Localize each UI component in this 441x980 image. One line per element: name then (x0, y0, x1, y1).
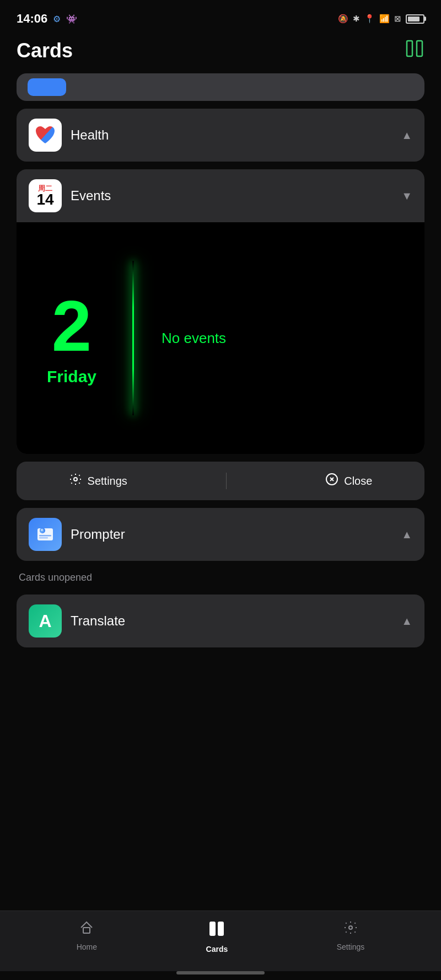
settings-nav-icon (343, 920, 358, 939)
health-card-left: Health (29, 119, 109, 152)
translate-icon-letter: A (39, 611, 51, 631)
close-action-icon (325, 473, 338, 489)
health-chevron-up-icon: ▲ (401, 129, 412, 142)
actions-divider (226, 473, 227, 489)
svg-rect-1 (417, 41, 422, 56)
prompter-app-icon (29, 518, 62, 551)
close-button[interactable]: Close (325, 473, 372, 489)
events-right-panel: No events (134, 330, 408, 347)
prompter-card: Prompter ▲ (17, 508, 424, 561)
translate-card-left: A Translate (29, 604, 125, 638)
translate-card: A Translate ▲ (17, 595, 424, 647)
events-day-number: 2 (52, 290, 92, 362)
battery-icon (406, 14, 424, 24)
nav-home[interactable]: Home (77, 920, 97, 951)
events-card: 周二 14 Events ▼ 2 Friday No events (17, 169, 424, 454)
x-icon: ⊠ (394, 14, 401, 24)
translate-card-title: Translate (71, 613, 125, 629)
settings-action-icon (69, 473, 82, 489)
no-events-text: No events (162, 330, 226, 346)
home-indicator (176, 971, 265, 974)
page-header: Cards (0, 33, 441, 73)
content-area: Health ▲ 周二 14 Events ▼ 2 Friday (0, 73, 441, 911)
status-right: 🔕 ✱ 📍 📶 ⊠ (338, 14, 424, 24)
events-actions-bar: Settings Close (17, 462, 424, 500)
svg-point-15 (349, 926, 352, 929)
app-status-icon: 👾 (66, 14, 77, 24)
partial-card (17, 73, 424, 101)
settings-status-icon: ⚙ (53, 14, 61, 24)
prompter-card-left: Prompter (29, 518, 125, 551)
settings-action-label: Settings (88, 475, 127, 488)
status-time: 14:06 (17, 12, 47, 26)
translate-app-icon: A (29, 604, 62, 638)
page-title: Cards (17, 39, 73, 62)
translate-chevron-up-icon: ▲ (401, 615, 412, 628)
bluetooth-icon: ✱ (353, 14, 360, 24)
events-card-header[interactable]: 周二 14 Events ▼ (17, 169, 424, 222)
svg-rect-0 (407, 41, 412, 56)
health-card-header[interactable]: Health ▲ (17, 109, 424, 162)
svg-rect-8 (39, 535, 51, 537)
nav-settings-label: Settings (337, 942, 365, 951)
cards-nav-icon (208, 920, 225, 941)
cards-unopened-label: Cards unopened (17, 569, 424, 587)
status-left: 14:06 ⚙ 👾 (17, 12, 77, 26)
location-icon: 📍 (364, 14, 375, 24)
health-card: Health ▲ (17, 109, 424, 162)
svg-rect-14 (218, 922, 224, 936)
nav-cards[interactable]: Cards (206, 920, 228, 954)
status-bar: 14:06 ⚙ 👾 🔕 ✱ 📍 📶 ⊠ (0, 0, 441, 33)
events-chevron-down-icon: ▼ (401, 190, 412, 202)
events-date-section: 2 Friday No events (33, 261, 408, 415)
prompter-card-header[interactable]: Prompter ▲ (17, 508, 424, 561)
translate-card-header[interactable]: A Translate ▲ (17, 595, 424, 647)
events-app-icon: 周二 14 (29, 179, 62, 212)
mute-icon: 🔕 (338, 14, 348, 24)
health-card-title: Health (71, 127, 109, 143)
events-expanded-content: 2 Friday No events (17, 222, 424, 454)
bottom-nav: Home Cards Settings (0, 911, 441, 971)
prompter-chevron-up-icon: ▲ (401, 528, 412, 541)
partial-blue-button[interactable] (28, 78, 66, 96)
events-card-title: Events (71, 188, 111, 204)
calendar-day-number: 14 (36, 192, 53, 207)
cards-view-icon[interactable] (405, 39, 424, 62)
svg-rect-12 (83, 928, 90, 933)
events-date-left: 2 Friday (33, 290, 132, 386)
svg-point-11 (41, 529, 43, 531)
home-icon (79, 920, 94, 939)
nav-cards-label: Cards (206, 945, 228, 954)
health-app-icon (29, 119, 62, 152)
close-action-label: Close (344, 475, 372, 488)
wifi-icon: 📶 (379, 14, 390, 24)
nav-home-label: Home (77, 942, 97, 951)
svg-point-2 (74, 478, 77, 481)
svg-rect-9 (39, 537, 48, 539)
nav-settings[interactable]: Settings (337, 920, 365, 951)
svg-rect-13 (209, 922, 216, 936)
prompter-card-title: Prompter (71, 527, 125, 542)
settings-button[interactable]: Settings (69, 473, 127, 489)
events-day-name: Friday (47, 367, 96, 386)
events-card-left: 周二 14 Events (29, 179, 111, 212)
